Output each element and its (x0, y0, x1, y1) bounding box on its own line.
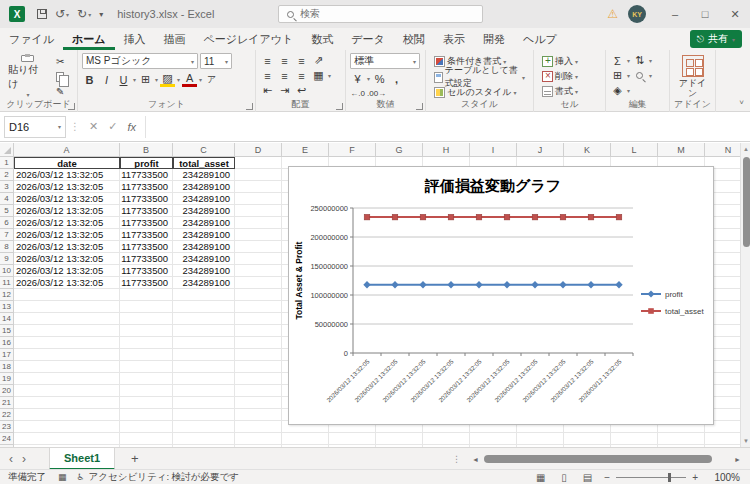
column-header-J[interactable]: J (517, 143, 564, 157)
cell-A10[interactable]: 2026/03/12 13:32:05 (14, 265, 120, 277)
ribbon-tab-数式[interactable]: 数式 (302, 28, 342, 50)
sheet-next-icon[interactable]: › (22, 452, 35, 466)
align-bottom-button[interactable]: ≡ (294, 53, 309, 68)
cell-A7[interactable]: 2026/03/12 13:32:05 (14, 229, 120, 241)
cell-A14[interactable] (14, 313, 120, 325)
cell-C1[interactable]: total_asset (173, 157, 235, 169)
percent-style-button[interactable]: % (372, 71, 387, 86)
page-layout-view-icon[interactable]: ▯ (553, 472, 575, 483)
row-header-18[interactable]: 18 (0, 361, 14, 373)
cell-B21[interactable] (120, 397, 173, 409)
cell-D4[interactable] (235, 193, 282, 205)
cell-C8[interactable]: 234289100 (173, 241, 235, 253)
cell-D13[interactable] (235, 301, 282, 313)
cell-A1[interactable]: date (14, 157, 120, 169)
cell-D12[interactable] (235, 289, 282, 301)
merge-center-button[interactable]: ▦ (311, 68, 326, 83)
cell-A8[interactable]: 2026/03/12 13:32:05 (14, 241, 120, 253)
zoom-out-icon[interactable]: − (600, 472, 614, 483)
cell-B8[interactable]: 117733500 (120, 241, 173, 253)
row-header-20[interactable]: 20 (0, 385, 14, 397)
fill-color-button[interactable]: ▨ (160, 72, 175, 87)
find-select-button[interactable] (632, 68, 647, 83)
ribbon-tab-描画[interactable]: 描画 (155, 28, 195, 50)
scroll-up-icon[interactable]: ▲ (741, 143, 750, 155)
collapse-ribbon-icon[interactable]: ˅ (739, 98, 744, 107)
cell-A6[interactable]: 2026/03/12 13:32:05 (14, 217, 120, 229)
bold-button[interactable]: B (82, 72, 97, 87)
cell-H24[interactable] (423, 433, 470, 445)
ribbon-tab-データ[interactable]: データ (342, 28, 394, 50)
cell-C14[interactable] (173, 313, 235, 325)
column-header-H[interactable]: H (423, 143, 470, 157)
cell-M24[interactable] (658, 433, 705, 445)
embedded-chart[interactable]: 0500000001000000001500000002000000002500… (288, 166, 714, 425)
cell-B19[interactable] (120, 373, 173, 385)
cell-G24[interactable] (376, 433, 423, 445)
cell-A23[interactable] (14, 421, 120, 433)
cell-A22[interactable] (14, 409, 120, 421)
maximize-button[interactable]: □ (690, 0, 720, 28)
cell-A19[interactable] (14, 373, 120, 385)
row-header-6[interactable]: 6 (0, 217, 14, 229)
column-header-B[interactable]: B (120, 143, 173, 157)
vertical-scroll-thumb[interactable] (743, 157, 750, 247)
cell-D2[interactable] (235, 169, 282, 181)
ribbon-tab-挿入[interactable]: 挿入 (115, 28, 155, 50)
font-color-button[interactable]: A (182, 72, 197, 87)
add-sheet-icon[interactable]: + (115, 451, 155, 466)
cell-B3[interactable]: 117733500 (120, 181, 173, 193)
formula-input[interactable] (145, 116, 750, 138)
scroll-down-icon[interactable]: ▼ (741, 435, 750, 447)
column-header-A[interactable]: A (14, 143, 120, 157)
ribbon-tab-開発[interactable]: 開発 (474, 28, 514, 50)
cell-A12[interactable] (14, 289, 120, 301)
column-header-D[interactable]: D (235, 143, 282, 157)
excel-app-icon[interactable]: X (9, 6, 25, 22)
cell-B10[interactable]: 117733500 (120, 265, 173, 277)
cell-B6[interactable]: 117733500 (120, 217, 173, 229)
cell-A13[interactable] (14, 301, 120, 313)
column-header-F[interactable]: F (329, 143, 376, 157)
avatar[interactable]: KY (628, 5, 646, 23)
font-size-select[interactable]: 11▾ (200, 53, 232, 69)
column-header-C[interactable]: C (173, 143, 235, 157)
cell-C22[interactable] (173, 409, 235, 421)
column-header-M[interactable]: M (658, 143, 705, 157)
ruby-button[interactable]: ア (204, 72, 219, 87)
cell-B13[interactable] (120, 301, 173, 313)
cell-D23[interactable] (235, 421, 282, 433)
cell-D5[interactable] (235, 205, 282, 217)
cell-D15[interactable] (235, 325, 282, 337)
zoom-slider[interactable] (616, 477, 686, 478)
cell-E24[interactable] (282, 433, 329, 445)
column-header-E[interactable]: E (282, 143, 329, 157)
cell-D19[interactable] (235, 373, 282, 385)
cell-B16[interactable] (120, 337, 173, 349)
cell-C18[interactable] (173, 361, 235, 373)
cell-A17[interactable] (14, 349, 120, 361)
cell-A9[interactable]: 2026/03/12 13:32:05 (14, 253, 120, 265)
cell-C15[interactable] (173, 325, 235, 337)
row-header-19[interactable]: 19 (0, 373, 14, 385)
cell-D17[interactable] (235, 349, 282, 361)
cancel-icon[interactable]: ✕ (89, 120, 98, 133)
ribbon-tab-校閲[interactable]: 校閲 (394, 28, 434, 50)
increase-indent-button[interactable]: ⇥ (277, 83, 292, 98)
macro-record-icon[interactable]: ▦ (58, 472, 67, 482)
cell-K24[interactable] (564, 433, 611, 445)
cell-D11[interactable] (235, 277, 282, 289)
align-right-button[interactable]: ≡ (294, 68, 309, 83)
row-header-23[interactable]: 23 (0, 421, 14, 433)
cell-C3[interactable]: 234289100 (173, 181, 235, 193)
select-all-corner[interactable] (0, 143, 14, 157)
row-header-4[interactable]: 4 (0, 193, 14, 205)
cell-C21[interactable] (173, 397, 235, 409)
undo-icon[interactable]: ↺▾ (51, 7, 73, 21)
name-box[interactable]: D16▾ (4, 116, 66, 138)
cell-C12[interactable] (173, 289, 235, 301)
font-dialog-launcher[interactable] (246, 103, 253, 110)
row-header-13[interactable]: 13 (0, 301, 14, 313)
cell-I24[interactable] (470, 433, 517, 445)
cell-L24[interactable] (611, 433, 658, 445)
